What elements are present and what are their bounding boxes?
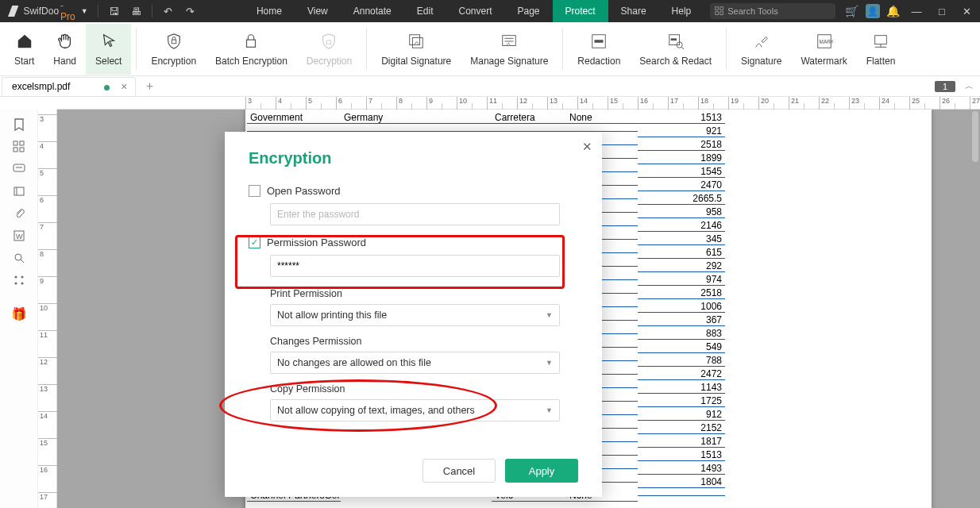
open-password-input[interactable] (270, 203, 560, 225)
chevron-down-icon: ▼ (546, 359, 553, 367)
table-cell: 974 (638, 274, 725, 286)
menu-home[interactable]: Home (244, 0, 295, 22)
ribbon-decryption: Decryption (297, 24, 361, 75)
scrollbar-thumb[interactable] (972, 111, 978, 162)
svg-rect-4 (172, 40, 176, 44)
menu-protect[interactable]: Protect (553, 0, 608, 22)
table-cell: 1006 (638, 301, 725, 313)
print-permission-select[interactable]: Not allow printing this file▼ (270, 304, 560, 326)
menu-page[interactable]: Page (505, 0, 553, 22)
attach-icon[interactable] (6, 203, 32, 224)
vertical-scrollbar[interactable] (969, 110, 980, 506)
open-password-label: Open Password (267, 185, 341, 197)
table-cell: 292 (638, 260, 725, 272)
svg-text:MARK: MARK (819, 39, 832, 44)
menu-convert[interactable]: Convert (446, 0, 504, 22)
lock-icon (241, 32, 260, 51)
ribbon-label: Digital Signature (381, 56, 451, 67)
table-cell: 921 (638, 125, 725, 137)
table-cell: 912 (638, 409, 725, 421)
ribbon-signature[interactable]: Signature (731, 24, 791, 75)
table-row: GovernmentGermanyCarreteraNone1513 (247, 111, 739, 125)
permission-password-checkbox[interactable]: ✓ (249, 237, 260, 248)
field-icon[interactable] (6, 181, 32, 202)
search-tools-placeholder: Search Tools (727, 6, 777, 16)
undo-icon[interactable]: ↶ (157, 6, 179, 17)
ribbon-encryption[interactable]: Encryption (141, 24, 206, 75)
app-brand[interactable]: SwifDoo-Pro ▼ (0, 0, 93, 22)
window-close[interactable]: ✕ (955, 0, 980, 22)
word-icon[interactable]: W (6, 225, 32, 246)
print-icon[interactable]: 🖶 (125, 6, 147, 17)
ribbon-label: Batch Encryption (215, 56, 287, 67)
matrix-icon[interactable] (6, 270, 32, 291)
svg-text:W: W (16, 233, 23, 241)
page-indicator[interactable]: 1 (935, 81, 955, 92)
print-permission-value: Not allow printing this file (277, 310, 387, 321)
ribbon-select[interactable]: Select (86, 24, 131, 75)
table-cell: 1545 (638, 166, 725, 178)
redo-icon[interactable]: ↷ (179, 6, 201, 17)
search-icon[interactable] (6, 248, 32, 268)
search-tools-box[interactable]: Search Tools (710, 3, 835, 19)
open-password-checkbox[interactable] (249, 185, 260, 197)
ribbon-batch-encryption[interactable]: Batch Encryption (206, 24, 297, 75)
table-cell: 2472 (638, 368, 725, 380)
ribbon-start[interactable]: Start (5, 24, 44, 75)
ribbon-redaction[interactable]: Redaction (568, 24, 630, 75)
redact-icon (589, 32, 608, 51)
menu-view[interactable]: View (295, 0, 341, 22)
ribbon-digital-signature[interactable]: Digital Signature (372, 24, 461, 75)
ribbon-label: Signature (741, 56, 781, 67)
permission-password-input[interactable] (270, 255, 560, 277)
table-cell: 1804 (638, 476, 725, 488)
window-maximize[interactable]: □ (929, 0, 955, 22)
window-minimize[interactable]: ― (904, 0, 929, 22)
bookmark-icon[interactable] (6, 114, 32, 135)
table-cell: 615 (638, 247, 725, 259)
save-icon[interactable]: 🖫 (103, 6, 125, 17)
copy-permission-label: Copy Permission (270, 383, 578, 394)
table-cell: 1493 (638, 463, 725, 475)
user-icon[interactable]: 👤 (866, 4, 880, 18)
svg-rect-20 (875, 36, 887, 44)
tab-close-icon[interactable]: × (121, 80, 127, 93)
ribbon-search-redact[interactable]: Search & Redact (630, 24, 721, 75)
changes-permission-select[interactable]: No changes are allowed on this file▼ (270, 352, 560, 374)
add-tab-button[interactable]: ＋ (144, 79, 156, 94)
app-name: SwifDoo (23, 6, 59, 17)
collapse-ribbon-icon[interactable]: ︿ (965, 80, 974, 92)
thumbnails-icon[interactable] (6, 137, 32, 157)
ruler-vertical: 34567891011121314151617 (38, 110, 57, 508)
svg-rect-9 (503, 36, 516, 46)
ribbon-flatten[interactable]: Flatten (857, 24, 905, 75)
ribbon-manage-signature[interactable]: Manage Signature (461, 24, 558, 75)
svg-rect-15 (670, 38, 676, 40)
copy-permission-select[interactable]: Not allow copying of text, images, and o… (270, 399, 560, 421)
tab-filename: excelsmpl.pdf (12, 81, 70, 92)
menu-help[interactable]: Help (659, 0, 704, 22)
menu-edit[interactable]: Edit (404, 0, 446, 22)
menu-share[interactable]: Share (608, 0, 659, 22)
gift-icon[interactable]: 🎁 (6, 303, 32, 324)
document-tab[interactable]: excelsmpl.pdf × (2, 77, 136, 96)
ribbon-watermark[interactable]: MARKWatermark (791, 24, 856, 75)
svg-rect-0 (716, 7, 719, 10)
table-cell: 2518 (638, 139, 725, 151)
ribbon-label: Encryption (151, 56, 196, 67)
cancel-button[interactable]: Cancel (422, 459, 496, 483)
table-cell: 2665.5 (638, 193, 725, 205)
bell-icon[interactable]: 🔔 (883, 5, 904, 17)
cursor-icon (99, 32, 118, 51)
brand-dropdown-icon[interactable]: ▼ (81, 7, 88, 15)
home-icon (15, 32, 34, 51)
menu-annotate[interactable]: Annotate (341, 0, 404, 22)
dialog-close-icon[interactable]: ✕ (582, 140, 592, 154)
ribbon-hand[interactable]: Hand (44, 24, 86, 75)
comment-icon[interactable] (6, 159, 32, 179)
svg-rect-24 (20, 148, 24, 152)
table-cell: Carretera (492, 112, 566, 124)
svg-point-33 (14, 276, 17, 279)
apply-button[interactable]: Apply (505, 459, 578, 483)
cart-icon[interactable]: 🛒 (842, 5, 862, 17)
